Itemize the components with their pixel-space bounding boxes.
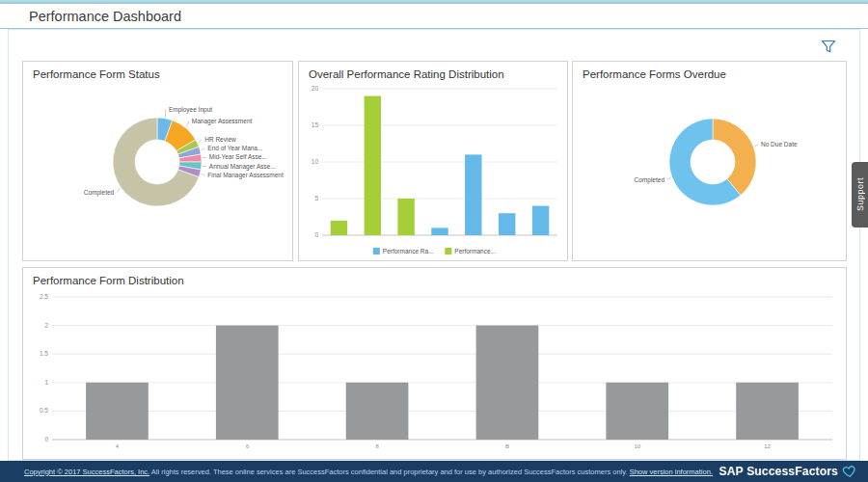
panel-title: Performance Form Distribution bbox=[23, 268, 846, 286]
form-status-donut-chart[interactable]: Employee InputManager AssessmentHR Revie… bbox=[23, 83, 292, 260]
heart-icon bbox=[841, 464, 857, 479]
svg-text:0: 0 bbox=[44, 436, 48, 442]
brand-text: SAP SuccessFactors bbox=[719, 465, 838, 478]
svg-text:5: 5 bbox=[314, 195, 318, 201]
footer-legal-text: Copyright © 2017 SuccessFactors, Inc. Al… bbox=[24, 468, 713, 476]
dashboard-content: Performance Form Status Employee InputMa… bbox=[8, 29, 860, 461]
support-tab[interactable]: Support bbox=[852, 162, 868, 228]
svg-text:10: 10 bbox=[634, 443, 640, 449]
svg-text:0.5: 0.5 bbox=[40, 407, 48, 414]
svg-text:Manager Assessment: Manager Assessment bbox=[192, 118, 253, 125]
page-title: Performance Dashboard bbox=[29, 9, 181, 24]
form-distribution-bar-chart[interactable]: 00.511.522.5468B1012 bbox=[23, 289, 846, 459]
header: Performance Dashboard bbox=[0, 4, 868, 29]
svg-text:2.5: 2.5 bbox=[40, 293, 48, 300]
svg-text:Mid-Year Self Asse...: Mid-Year Self Asse... bbox=[209, 153, 267, 160]
svg-text:4: 4 bbox=[116, 443, 120, 449]
svg-text:HR Review: HR Review bbox=[204, 136, 236, 143]
panel-rating-distribution: Overall Performance Rating Distribution … bbox=[298, 61, 568, 261]
version-info-link[interactable]: Show version information. bbox=[630, 468, 713, 476]
svg-text:End of Year Mana...: End of Year Mana... bbox=[207, 145, 262, 151]
svg-text:6: 6 bbox=[246, 443, 250, 449]
svg-text:Completed: Completed bbox=[635, 176, 665, 184]
copyright-link[interactable]: Copyright © 2017 SuccessFactors, Inc. bbox=[24, 468, 149, 476]
filter-icon bbox=[821, 40, 836, 54]
forms-overdue-donut-chart[interactable]: No Due DateCompleted bbox=[573, 83, 846, 260]
svg-text:8: 8 bbox=[375, 443, 379, 449]
svg-text:Performance Ra...: Performance Ra... bbox=[383, 248, 434, 254]
panel-forms-overdue: Performance Forms Overdue No Due DateCom… bbox=[572, 61, 847, 261]
svg-text:Completed: Completed bbox=[84, 189, 115, 197]
svg-text:10: 10 bbox=[312, 158, 319, 165]
svg-text:Annual Manager Asse...: Annual Manager Asse... bbox=[209, 163, 276, 171]
panel-form-distribution: Performance Form Distribution 00.511.522… bbox=[22, 267, 847, 460]
filter-button[interactable] bbox=[819, 38, 838, 55]
panel-performance-form-status: Performance Form Status Employee InputMa… bbox=[22, 61, 293, 261]
svg-text:No Due Date: No Due Date bbox=[761, 141, 798, 147]
svg-text:Final Manager Assessment: Final Manager Assessment bbox=[207, 172, 284, 179]
svg-text:1: 1 bbox=[44, 379, 48, 386]
rating-distribution-bar-chart[interactable]: 05101520Performance Ra...Performance... bbox=[299, 83, 567, 260]
svg-text:15: 15 bbox=[312, 121, 319, 128]
svg-text:2: 2 bbox=[44, 322, 48, 329]
svg-text:B: B bbox=[505, 443, 509, 449]
svg-text:1.5: 1.5 bbox=[40, 350, 48, 357]
panel-title: Overall Performance Rating Distribution bbox=[299, 62, 567, 80]
svg-text:20: 20 bbox=[312, 85, 319, 92]
sap-successfactors-logo: SAP SuccessFactors bbox=[719, 465, 856, 478]
panel-title: Performance Forms Overdue bbox=[573, 62, 846, 80]
svg-text:Employee Input: Employee Input bbox=[169, 106, 212, 114]
footer: Copyright © 2017 SuccessFactors, Inc. Al… bbox=[0, 461, 868, 482]
svg-text:12: 12 bbox=[764, 443, 771, 449]
app-window: Performance Dashboard Performance Form S… bbox=[0, 0, 868, 482]
svg-text:0: 0 bbox=[314, 231, 318, 238]
copyright-rest: All rights reserved. These online servic… bbox=[151, 468, 628, 476]
svg-text:Performance...: Performance... bbox=[454, 248, 496, 254]
support-tab-label: Support bbox=[855, 177, 865, 211]
panel-title: Performance Form Status bbox=[23, 62, 292, 80]
